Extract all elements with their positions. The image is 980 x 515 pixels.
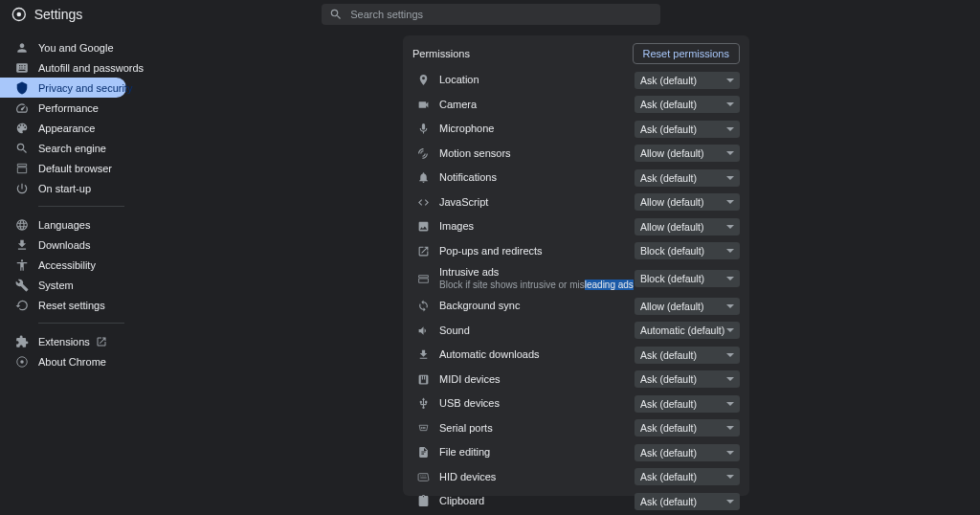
permission-label: USB devices xyxy=(439,397,635,410)
permission-row: Location Ask (default) xyxy=(403,68,749,93)
permission-select[interactable]: Ask (default) xyxy=(635,370,740,388)
permission-value: Block (default) xyxy=(640,273,704,284)
permission-select[interactable]: Ask (default) xyxy=(635,347,740,364)
permission-select[interactable]: Ask (default) xyxy=(635,72,740,89)
permission-icon xyxy=(412,300,434,312)
sidebar-item-label: About Chrome xyxy=(38,356,106,368)
permission-label: Background sync xyxy=(439,300,635,312)
permission-select[interactable]: Allow (default) xyxy=(635,145,740,162)
chevron-down-icon xyxy=(726,402,734,406)
permission-row: Microphone Ask (default) xyxy=(403,117,749,142)
speed-icon xyxy=(15,101,29,115)
permission-label: Intrusive ads xyxy=(439,266,635,279)
permission-value: Ask (default) xyxy=(640,422,697,434)
search-icon xyxy=(15,142,29,155)
chevron-down-icon xyxy=(726,353,734,357)
card-title: Permissions xyxy=(412,48,470,59)
reset-permissions-button[interactable]: Reset permissions xyxy=(633,43,740,64)
permission-row: JavaScript Allow (default) xyxy=(403,190,749,215)
open-in-new-icon xyxy=(96,336,107,347)
permission-label: HID devices xyxy=(439,471,635,483)
permission-select[interactable]: Ask (default) xyxy=(635,395,740,413)
permission-label: JavaScript xyxy=(439,196,635,209)
permission-label: Clipboard xyxy=(439,495,635,507)
chevron-down-icon xyxy=(726,225,734,229)
globe-icon xyxy=(15,218,29,232)
permission-value: Ask (default) xyxy=(640,471,697,482)
sidebar-item-startup[interactable]: On start-up xyxy=(0,178,172,198)
sidebar-item-default-browser[interactable]: Default browser xyxy=(0,158,172,178)
sidebar-item-extensions[interactable]: Extensions xyxy=(0,331,172,351)
permission-value: Allow (default) xyxy=(640,196,704,208)
sidebar-item-label: Extensions xyxy=(38,336,90,347)
sidebar-item-privacy[interactable]: Privacy and security xyxy=(0,78,126,98)
permission-icon xyxy=(412,147,434,160)
permissions-card: Permissions Reset permissions Location A… xyxy=(403,35,749,496)
sidebar-separator xyxy=(38,206,124,207)
permission-select[interactable]: Ask (default) xyxy=(635,169,740,187)
sidebar-item-label: Appearance xyxy=(38,123,95,134)
chevron-down-icon xyxy=(726,176,734,180)
sidebar-item-downloads[interactable]: Downloads xyxy=(0,235,172,255)
permission-row: Sound Automatic (default) xyxy=(403,319,749,344)
sidebar-item-accessibility[interactable]: Accessibility xyxy=(0,255,172,275)
permission-row: Notifications Ask (default) xyxy=(403,166,749,190)
sidebar-item-label: You and Google xyxy=(38,42,114,54)
permission-select[interactable]: Ask (default) xyxy=(635,444,740,461)
chevron-down-icon xyxy=(726,304,734,308)
sidebar-item-system[interactable]: System xyxy=(0,275,172,295)
permission-label: MIDI devices xyxy=(439,373,635,386)
sidebar-item-appearance[interactable]: Appearance xyxy=(0,118,172,138)
permission-select[interactable]: Block (default) xyxy=(635,270,740,287)
person-icon xyxy=(15,41,29,55)
sidebar-item-reset[interactable]: Reset settings xyxy=(0,295,172,315)
chevron-down-icon xyxy=(726,249,734,253)
permission-icon xyxy=(412,373,434,386)
permission-row: HID devices Ask (default) xyxy=(403,465,749,490)
search-wrap xyxy=(322,4,660,25)
permission-icon xyxy=(412,422,434,435)
permission-row: Images Allow (default) xyxy=(403,214,749,239)
permission-label: Pop-ups and redirects xyxy=(439,245,635,258)
permission-subtext: Block if site shows intrusive or mislead… xyxy=(439,280,635,291)
permission-icon xyxy=(412,220,434,233)
permission-icon xyxy=(412,471,434,483)
sidebar-item-autofill[interactable]: Autofill and passwords xyxy=(0,57,172,78)
permission-icon xyxy=(412,325,434,337)
chevron-down-icon xyxy=(726,78,734,82)
permission-select[interactable]: Automatic (default) xyxy=(635,322,740,339)
chevron-down-icon xyxy=(726,426,734,430)
chevron-down-icon xyxy=(726,102,734,106)
permission-select[interactable]: Allow (default) xyxy=(635,298,740,315)
permission-select[interactable]: Ask (default) xyxy=(635,96,740,113)
permission-icon xyxy=(412,74,434,86)
search-input[interactable] xyxy=(322,4,660,25)
chevron-down-icon xyxy=(726,451,734,455)
permission-icon xyxy=(412,196,434,209)
chevron-down-icon xyxy=(726,500,734,504)
permission-select[interactable]: Ask (default) xyxy=(635,419,740,437)
permission-value: Allow (default) xyxy=(640,221,704,233)
permission-select[interactable]: Ask (default) xyxy=(635,468,740,485)
permission-select[interactable]: Ask (default) xyxy=(635,121,740,138)
permission-row: Clipboard Ask (default) xyxy=(403,489,749,514)
permission-select[interactable]: Allow (default) xyxy=(635,218,740,235)
permission-icon xyxy=(412,397,434,410)
permission-row: USB devices Ask (default) xyxy=(403,392,749,416)
sidebar-item-languages[interactable]: Languages xyxy=(0,214,172,235)
permission-value: Ask (default) xyxy=(640,123,697,135)
permission-select[interactable]: Ask (default) xyxy=(635,493,740,510)
permission-row: Background sync Allow (default) xyxy=(403,294,749,319)
sidebar-item-performance[interactable]: Performance xyxy=(0,98,172,118)
accessibility-icon xyxy=(15,258,29,272)
sidebar-item-about[interactable]: About Chrome xyxy=(0,351,172,371)
sidebar-item-label: Accessibility xyxy=(38,259,96,271)
sidebar-separator xyxy=(38,323,124,324)
sidebar-item-search-engine[interactable]: Search engine xyxy=(0,138,172,158)
chevron-down-icon xyxy=(726,127,734,131)
sidebar-item-you-and-google[interactable]: You and Google xyxy=(0,37,172,57)
permission-select[interactable]: Block (default) xyxy=(635,242,740,259)
sidebar-item-label: Autofill and passwords xyxy=(38,62,144,74)
browser-icon xyxy=(15,162,29,175)
permission-select[interactable]: Allow (default) xyxy=(635,193,740,211)
